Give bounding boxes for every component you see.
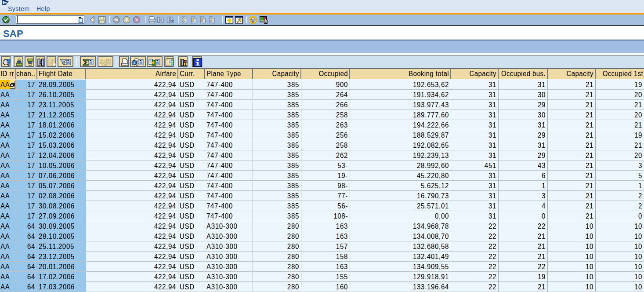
svg-text:?: ? (251, 17, 255, 24)
